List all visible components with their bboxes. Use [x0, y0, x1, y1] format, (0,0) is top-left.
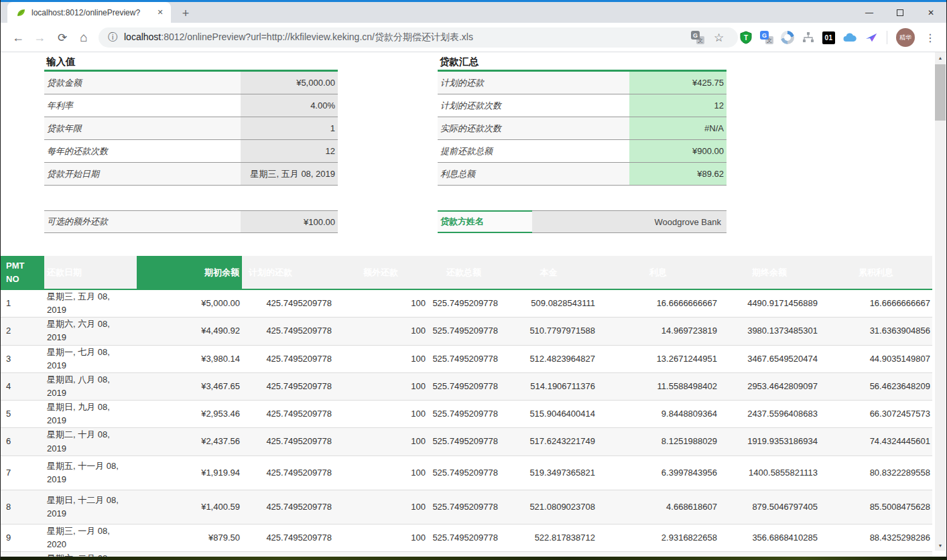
- table-cell: 525.7495209778: [428, 490, 500, 524]
- table-cell: 星期三, 五月 08, 2019: [44, 289, 137, 318]
- translate-page-icon[interactable]: G 文: [691, 31, 704, 44]
- table-cell: 4.668618607: [597, 490, 719, 524]
- table-cell: 525.7495209778: [428, 289, 500, 318]
- table-cell: ¥2,437.56: [137, 428, 242, 456]
- table-cell: 0: [334, 551, 428, 557]
- profile-avatar[interactable]: 精华: [896, 28, 915, 47]
- column-header: 累积利息: [820, 256, 932, 289]
- page-info-icon[interactable]: ⓘ: [108, 31, 117, 44]
- column-header: PMT NO: [1, 256, 44, 289]
- loan-summary-title: 贷款汇总: [440, 56, 479, 68]
- table-cell: 14.969723819: [597, 318, 719, 345]
- table-row: 1星期三, 五月 08, 2019¥5,000.00425.7495209778…: [1, 289, 932, 318]
- sitemap-extension-icon[interactable]: [802, 31, 815, 44]
- scroll-up-icon[interactable]: ▲: [935, 52, 946, 63]
- table-cell: 425.7495209778: [242, 318, 334, 345]
- scrollbar-thumb[interactable]: [935, 64, 946, 121]
- table-cell: 425.7495209778: [242, 401, 334, 428]
- table-cell: ¥879.50: [137, 524, 242, 551]
- home-button[interactable]: ⌂: [74, 28, 93, 47]
- table-cell: 10: [1, 551, 44, 557]
- row-label: 利息总额: [438, 163, 629, 185]
- header-row: PMT NO还款日期期初余额计划的还款额外还款还款总额本金利息期终余额累积利息: [1, 256, 932, 289]
- table-cell: ¥3,980.14: [137, 345, 242, 372]
- row-label: 贷款方姓名: [438, 210, 532, 233]
- titlebar: localhost:8012/onlinePreview? ✕ + — ✕: [1, 0, 946, 23]
- schedule-table: PMT NO还款日期期初余额计划的还款额外还款还款总额本金利息期终余额累积利息 …: [1, 256, 932, 557]
- shield-extension-icon[interactable]: T: [739, 31, 753, 44]
- table-cell: 879.5046797405: [719, 490, 820, 524]
- minimize-button[interactable]: —: [854, 2, 885, 23]
- urlbar-action-icons: G 文 ☆: [691, 27, 724, 48]
- row-label: 计划的还款: [438, 72, 629, 94]
- table-cell: 3: [1, 345, 44, 372]
- scroll-down-icon[interactable]: ▼: [935, 540, 946, 551]
- row-value: ¥425.75: [629, 72, 727, 94]
- table-row: 贷款金额 ¥5,000.00: [44, 72, 338, 94]
- table-row: 7星期五, 十一月 08, 2019¥1,919.94425.749520977…: [1, 456, 932, 490]
- url-bar[interactable]: ⓘ localhost:8012/onlinePreview?url=http:…: [99, 27, 738, 48]
- table-row: 9星期三, 一月 08, 2020¥879.50425.749520977810…: [1, 524, 932, 551]
- tab-close-icon[interactable]: ✕: [155, 7, 166, 18]
- table-cell: 517.6243221749: [500, 428, 597, 456]
- table-cell: 16.6666666667: [820, 289, 932, 318]
- table-cell: 8: [1, 490, 44, 524]
- browser-tab[interactable]: localhost:8012/onlinePreview? ✕: [7, 2, 171, 23]
- new-tab-button[interactable]: +: [178, 5, 194, 21]
- table-cell: 16.6666666667: [597, 289, 719, 318]
- translate-extension-icon[interactable]: G 文: [760, 31, 773, 44]
- table-row: 2星期六, 六月 08, 2019¥4,490.92425.7495209778…: [1, 318, 932, 345]
- row-label: 年利率: [44, 94, 241, 117]
- cloud-extension-icon[interactable]: [842, 32, 857, 43]
- desktop-edge-strip: [1, 557, 946, 560]
- column-header: 计划的还款: [242, 256, 334, 289]
- table-cell: 425.7495209778: [242, 456, 334, 490]
- window-controls: — ✕: [854, 2, 946, 23]
- table-cell: 88.4325298286: [820, 524, 932, 551]
- table-cell: 星期五, 十一月 08, 2019: [44, 456, 137, 490]
- table-cell: 2437.5596408683: [719, 401, 820, 428]
- bookmark-star-icon[interactable]: ☆: [714, 31, 724, 45]
- back-button[interactable]: ←: [9, 28, 27, 47]
- menu-kebab-icon[interactable]: ⋮: [922, 31, 938, 44]
- url-path: :8012/onlinePreview?url=http://kkfilevie…: [161, 31, 473, 42]
- table-cell: 521.0809023708: [500, 490, 597, 524]
- table-row: 8星期日, 十二月 08, 2019¥1,400.59425.749520977…: [1, 490, 932, 524]
- url-host: localhost: [124, 31, 161, 42]
- table-cell: 9: [1, 524, 44, 551]
- table-cell: 100: [334, 490, 428, 524]
- maximize-button[interactable]: [885, 2, 916, 23]
- table-cell: 425.7495209778: [242, 551, 334, 557]
- table-cell: ¥1,919.94: [137, 456, 242, 490]
- table-cell: 1: [1, 289, 44, 318]
- browser-window: localhost:8012/onlinePreview? ✕ + — ✕ ← …: [0, 0, 947, 560]
- vertical-scrollbar[interactable]: ▲ ▼: [935, 52, 946, 551]
- table-cell: 4: [1, 372, 44, 400]
- table-cell: 85.5008475628: [820, 490, 932, 524]
- table-cell: 56.4623648209: [820, 372, 932, 400]
- column-header: 还款日期: [44, 256, 137, 289]
- swirl-extension-icon[interactable]: [781, 31, 794, 44]
- table-cell: 100: [334, 401, 428, 428]
- table-cell: 100: [334, 428, 428, 456]
- table-row: 每年的还款次数 12: [44, 140, 338, 163]
- close-button[interactable]: ✕: [916, 2, 946, 23]
- forward-button[interactable]: →: [30, 28, 49, 47]
- table-cell: 525.7495209778: [428, 318, 500, 345]
- table-cell: 100: [334, 345, 428, 372]
- table-row: 6星期二, 十月 08, 2019¥2,437.56425.7495209778…: [1, 428, 932, 456]
- table-cell: 100: [334, 372, 428, 400]
- table-cell: 74.4324445601: [820, 428, 932, 456]
- table-cell: 星期日, 九月 08, 2019: [44, 401, 137, 428]
- table-cell: 66.3072457573: [820, 401, 932, 428]
- 01-extension-icon[interactable]: 01: [822, 31, 835, 44]
- table-cell: 3467.6549520474: [719, 345, 820, 372]
- table-cell: ¥2,953.46: [137, 401, 242, 428]
- table-row: 3星期一, 七月 08, 2019¥3,980.14425.7495209778…: [1, 345, 932, 372]
- reload-button[interactable]: ⟳: [53, 28, 72, 47]
- table-cell: 1919.9353186934: [719, 428, 820, 456]
- table-cell: 89.6214859654: [820, 551, 932, 557]
- row-label: 贷款开始日期: [44, 163, 241, 185]
- column-header: 期终余额: [719, 256, 820, 289]
- bird-extension-icon[interactable]: [865, 31, 878, 44]
